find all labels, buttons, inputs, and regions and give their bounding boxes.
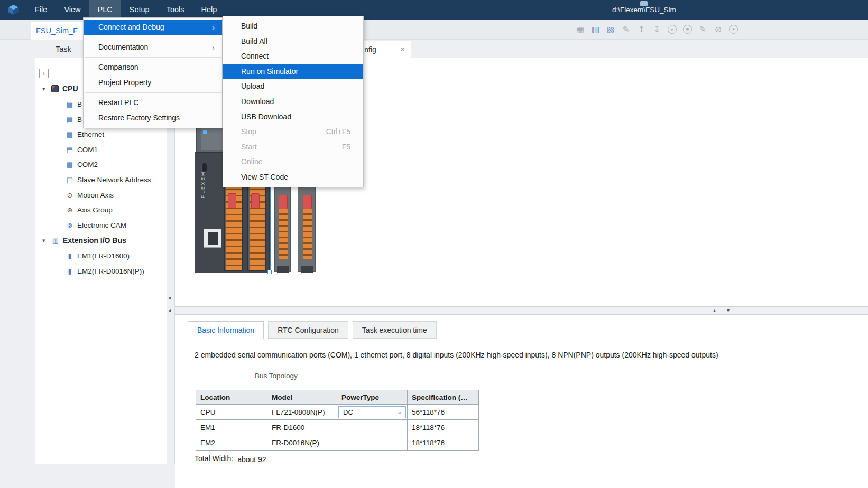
menu-item-documentation[interactable]: Documentation › (84, 40, 222, 55)
tree-item-em1[interactable]: ▮ EM1(FR-D1600) (35, 250, 167, 261)
serial-port-icon: ▤ (66, 146, 74, 154)
tab-rtc-configuration[interactable]: RTC Configuration (268, 321, 348, 339)
powertype-select[interactable]: DC ⌄ (338, 406, 406, 418)
tree-item-label: Electronic CAM (77, 221, 126, 229)
terminal-strip (303, 209, 312, 259)
tree-item-ethernet[interactable]: ▤ Ethernet (35, 128, 167, 140)
split-down-icon[interactable]: ▾ (727, 307, 730, 313)
module-tag-icon: ▤ (66, 100, 74, 108)
status-led (203, 130, 207, 134)
menu-item-view-st-code[interactable]: View ST Code (223, 170, 363, 185)
table-row: EM2 FR-D0016N(P) 18*118*76 (196, 435, 479, 451)
tab-basic-information[interactable]: Basic Information (188, 321, 264, 339)
menu-item-restore-factory-settings[interactable]: Restore Factory Settings (84, 110, 222, 126)
terminal-clip (279, 195, 288, 209)
selection-handle[interactable] (267, 270, 272, 274)
record-icon[interactable]: ● (727, 23, 740, 35)
io-module-icon: ▮ (66, 252, 74, 260)
shortcut-label: F5 (342, 139, 350, 155)
cell-location: CPU (196, 405, 267, 420)
menu-item-connect-and-debug[interactable]: Connect and Debug › (84, 20, 222, 35)
tree-item-label: COM1 (77, 146, 98, 154)
cell-specification: 18*118*76 (408, 420, 479, 435)
group-title: Bus Topology (255, 372, 298, 380)
tree-item-label: Axis Group (77, 206, 113, 214)
menu-view[interactable]: View (56, 0, 89, 20)
menu-item-comparison[interactable]: Comparison (84, 60, 222, 75)
main-toolbar: ▦ ▥ ▧ ✎ ↥ ↧ ▸ ■ ✎ ⊘ ● (574, 23, 740, 35)
tree-item-label: EM1(FR-D1600) (77, 252, 130, 260)
run-icon[interactable]: ▸ (666, 23, 678, 35)
tab-task[interactable]: Task (56, 45, 71, 53)
cell-specification: 18*118*76 (408, 435, 479, 451)
stop-icon[interactable]: ■ (681, 23, 694, 35)
edit-icon[interactable]: ✎ (620, 23, 632, 35)
hardware-grid-icon[interactable]: ▦ (574, 23, 586, 35)
tab-project-fsu-sim[interactable]: FSU_Sim_F (31, 22, 90, 40)
cell-location: EM2 (196, 435, 267, 451)
tree-item-label: B (77, 116, 82, 124)
tree-item-axis-group[interactable]: ⊛ Axis Group (35, 204, 167, 215)
tree-item-com1[interactable]: ▤ COM1 (35, 144, 167, 155)
io-bus-icon: ▥ (51, 237, 60, 245)
menu-help[interactable]: Help (193, 0, 226, 20)
collapse-left-icon[interactable]: ◂ (168, 307, 171, 313)
menu-item-project-property[interactable]: Project Property (84, 75, 222, 90)
tree-item-slave-network-address[interactable]: ▤ Slave Network Address (35, 174, 167, 185)
tree-item-electronic-cam[interactable]: ⊚ Electronic CAM (35, 219, 167, 231)
tree-item-extension-io-bus[interactable]: ▾ ▥ Extension I/O Bus (35, 234, 167, 246)
tree-item-motion-axis[interactable]: ⊙ Motion Axis (35, 189, 167, 201)
serial-port-icon: ▤ (66, 161, 74, 168)
menu-item-usb-download[interactable]: USB Download (223, 109, 363, 125)
chevron-down-icon[interactable]: ▾ (42, 86, 49, 92)
menu-plc[interactable]: PLC (89, 0, 121, 20)
module-tag-icon: ▤ (66, 116, 74, 124)
table-header-row: Location Model PowerType Specification (… (196, 390, 479, 405)
menu-item-download[interactable]: Download (223, 94, 363, 109)
ethernet-port-icon: ▤ (66, 130, 74, 138)
download-icon[interactable]: ↧ (651, 23, 663, 35)
menu-item-run-on-simulator[interactable]: Run on Simulator (223, 64, 363, 79)
plc-dropdown-menu: Connect and Debug › Documentation › Comp… (83, 17, 223, 128)
cell-powertype (337, 435, 408, 451)
collapse-all-button[interactable]: − (54, 69, 63, 78)
cell-powertype (337, 420, 408, 435)
menu-item-connect[interactable]: Connect (223, 49, 363, 64)
terminal-strip (279, 209, 288, 259)
simulator-icon[interactable]: ▥ (589, 23, 602, 35)
tab-task-execution-time[interactable]: Task execution time (353, 321, 437, 339)
memory-card-icon[interactable]: ▧ (605, 23, 617, 35)
split-up-icon[interactable]: ▴ (713, 307, 716, 313)
menu-item-online: Online (223, 154, 363, 170)
menu-item-upload[interactable]: Upload (223, 79, 363, 94)
chevron-down-icon[interactable]: ▾ (42, 237, 49, 244)
menu-item-restart-plc[interactable]: Restart PLC (84, 95, 222, 110)
bus-topology-group: Bus Topology (195, 372, 478, 380)
horizontal-splitter[interactable]: ▴ ▾ (175, 306, 868, 315)
total-width-value: about 92 (237, 455, 266, 464)
project-tab-label: FSU_Sim_F (36, 26, 78, 35)
menu-tools[interactable]: Tools (158, 0, 193, 20)
cpu-icon (51, 85, 59, 92)
shortcut-label: Ctrl+F5 (326, 124, 350, 139)
menu-file[interactable]: File (26, 0, 56, 20)
write-icon[interactable]: ✎ (697, 23, 709, 35)
tree-item-label: Motion Axis (77, 191, 114, 199)
electronic-cam-icon: ⊚ (66, 221, 74, 229)
expand-all-button[interactable]: + (39, 69, 49, 78)
bus-topology-table: Location Model PowerType Specification (… (196, 390, 479, 451)
menu-separator (85, 92, 221, 93)
disconnect-icon[interactable]: ⊘ (712, 23, 724, 35)
module-foot (277, 266, 289, 273)
menu-item-build[interactable]: Build (223, 18, 363, 34)
io-module-icon: ▮ (66, 267, 74, 275)
menu-item-build-all[interactable]: Build All (223, 34, 363, 49)
tree-item-com2[interactable]: ▤ COM2 (35, 158, 167, 170)
menu-setup[interactable]: Setup (121, 0, 158, 20)
tree-item-label: B (77, 100, 82, 108)
collapse-left-icon[interactable]: ◂ (168, 295, 171, 301)
tree-item-em2[interactable]: ▮ EM2(FR-D0016N(P)) (35, 265, 167, 277)
close-icon[interactable]: × (400, 45, 405, 54)
cell-model: FL721-0808N(P) (267, 405, 337, 420)
upload-icon[interactable]: ↥ (635, 23, 648, 35)
